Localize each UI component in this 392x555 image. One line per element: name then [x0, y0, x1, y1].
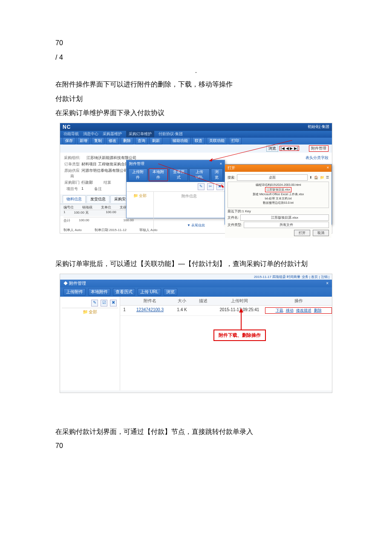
- file-item[interactable]: 新建 Microsoft Office Excel 工作表.xlsx: [229, 192, 328, 197]
- svg-marker-1: [221, 184, 224, 188]
- screenshot-2: 2015-11-17 四项组委 时间商量 业务 | 首页 | 注销 | ◆ 附件…: [60, 274, 332, 393]
- page-number-top: 70: [55, 38, 337, 49]
- field-label: 备注: [89, 186, 107, 192]
- cell-desc: [193, 307, 214, 314]
- field-value: 材料项目 工程物资采购合同: [81, 162, 129, 167]
- folder-all[interactable]: 全部: [139, 194, 147, 198]
- col-idx: [120, 298, 129, 304]
- paragraph-4: 采购订单审批后，可以通过【关联功能】—【付款计划】，查询采购订单的付款计划: [55, 258, 337, 269]
- folder-all[interactable]: 全部: [89, 309, 97, 314]
- local-file-button[interactable]: 本地附件: [88, 288, 110, 296]
- nav-item[interactable]: 付款协议-集团: [159, 131, 183, 137]
- browse-button[interactable]: 浏览: [164, 288, 177, 296]
- file-item-selected[interactable]: 江苏版项目源.xlsx: [265, 187, 291, 192]
- close-icon[interactable]: ×: [327, 165, 329, 171]
- edit-desc-link[interactable]: 修改描述: [296, 308, 311, 313]
- col-time: 上传时间: [214, 298, 265, 304]
- field-label: 原始供应商: [63, 168, 81, 179]
- panel-title: 附件管理: [69, 281, 86, 286]
- nav-item-active[interactable]: 采购订单维护: [126, 131, 154, 137]
- open-button[interactable]: 打开: [294, 230, 310, 236]
- tab-delivery[interactable]: 发货信息: [86, 195, 110, 203]
- cell-size: 1.4 K: [171, 307, 193, 314]
- field-label: 订单类型: [63, 162, 81, 167]
- paragraph-1: 在附件操作界面下可以进行附件的删除，下载，移动等操作: [55, 79, 337, 90]
- attachment-list-area: 附件信息: [154, 192, 225, 233]
- upload-button[interactable]: 上传附件: [128, 168, 147, 181]
- save-button[interactable]: 保存: [63, 137, 75, 145]
- delete-link[interactable]: 删除: [314, 308, 322, 313]
- open-dialog-title: 打开: [228, 165, 235, 171]
- foot-label: 制单人: [63, 228, 74, 232]
- edit-icon[interactable]: ✎: [91, 300, 98, 306]
- col-name: 附件名: [129, 298, 171, 304]
- cancel-button[interactable]: 取消: [313, 230, 329, 236]
- field-label: 采购部门: [63, 180, 81, 185]
- cell-idx: 1: [120, 307, 129, 314]
- filename-input[interactable]: 江苏版项目源.xlsx: [240, 214, 329, 221]
- tab-material[interactable]: 物料信息: [63, 195, 86, 203]
- page-number-bottom: 70: [55, 440, 337, 451]
- check-icon[interactable]: ☑: [101, 300, 107, 306]
- svg-line-0: [158, 164, 224, 187]
- field-label: 项目号: [63, 186, 81, 192]
- attachment-manage-button[interactable]: 附件管理: [309, 145, 329, 152]
- edit-button[interactable]: 修改: [106, 137, 119, 145]
- folder-icon[interactable]: 📁: [133, 194, 138, 198]
- cell-filename[interactable]: 1234742100.3: [129, 307, 171, 314]
- delete-icon[interactable]: ✖: [110, 300, 117, 306]
- download-link[interactable]: 下载: [276, 308, 283, 313]
- pager-last-button[interactable]: ▶|: [294, 146, 298, 150]
- page-sub-top: / 4: [55, 52, 337, 63]
- move-link[interactable]: 移动: [286, 308, 294, 313]
- svg-marker-5: [239, 308, 243, 312]
- nav-item[interactable]: 消息中心: [83, 131, 98, 137]
- foot-label: 制单日期: [95, 228, 108, 232]
- up-icon[interactable]: ⬆: [309, 176, 312, 179]
- home-icon[interactable]: 🏠: [314, 176, 318, 179]
- nav-item[interactable]: 采购基维护: [103, 131, 122, 137]
- folder-icon[interactable]: 📁: [83, 309, 88, 314]
- nav-item[interactable]: 功能导航: [63, 131, 79, 137]
- close-icon[interactable]: ×: [326, 281, 329, 286]
- filetype-select[interactable]: 所有文件: [244, 222, 329, 228]
- file-open-dialog: 打开× 搜索:桌面⬆🏠📁☰ 编程详结构015\2024-2003.00.html…: [225, 164, 332, 225]
- file-item[interactable]: 数据整理总结第63.0.txt: [229, 201, 328, 205]
- delete-button[interactable]: 删除: [121, 137, 133, 145]
- col-desc: 描述: [193, 298, 214, 304]
- refresh-button[interactable]: 刷新: [150, 137, 162, 145]
- upload-url-button[interactable]: 上传 URL: [138, 288, 161, 296]
- file-item[interactable]: txt-处理 文本文档.txt: [229, 197, 328, 201]
- new-folder-icon[interactable]: 📁: [320, 176, 324, 179]
- crumb-bar: 2015-11-17 四项组委 时间商量 业务 | 首页 | 注销 |: [60, 274, 332, 280]
- org-label: 采购组织:: [63, 155, 81, 161]
- field-value: 1: [81, 186, 84, 192]
- app-logo: NC: [63, 124, 71, 130]
- link-query-button[interactable]: 联查: [192, 137, 205, 145]
- copy-button[interactable]: 复制: [92, 137, 104, 145]
- add-button[interactable]: 新增: [77, 137, 90, 145]
- lookin-label: 搜索:: [228, 175, 235, 180]
- nav-bar: 功能导航 消息中心 采购基维护 采购订单维护 付款协议-集团: [60, 131, 332, 138]
- sum-value: 100.00: [79, 218, 89, 223]
- aux-button[interactable]: 辅助功能: [170, 137, 190, 145]
- field-label: 结算: [99, 180, 116, 185]
- lookin-select[interactable]: 桌面: [237, 174, 308, 181]
- cell: 100.00 克: [74, 210, 89, 215]
- paragraph-5: 在采购付款计划界面，可通过【付款】节点，直接跳转付款单录入: [55, 426, 337, 437]
- query-button[interactable]: 查询: [135, 137, 148, 145]
- foot-value: Auto: [75, 228, 81, 232]
- foot-value: 2015-11-12: [109, 228, 127, 232]
- sum-label: 合计: [63, 218, 70, 223]
- upload-button[interactable]: 上传附件: [63, 288, 86, 296]
- table-row: 1 1234742100.3 1.4 K 2015-11-17 09:25:41…: [120, 306, 332, 316]
- view-history-button[interactable]: 查看历式: [113, 288, 135, 296]
- paragraph-3: 在采购订单维护界面下录入付款协议: [55, 107, 337, 119]
- paragraph-2: 付款计划: [55, 93, 337, 104]
- list-view-icon[interactable]: ☰: [326, 176, 329, 179]
- col-ops: 操作: [265, 298, 332, 304]
- field-value: 河源市明信泰电器有限公司: [81, 168, 127, 179]
- file-item[interactable]: 编程详结构015\2024-2003.00.html: [229, 183, 328, 187]
- col-header: 支单位: [101, 205, 111, 210]
- subtitle: 表头分类字段: [306, 155, 329, 161]
